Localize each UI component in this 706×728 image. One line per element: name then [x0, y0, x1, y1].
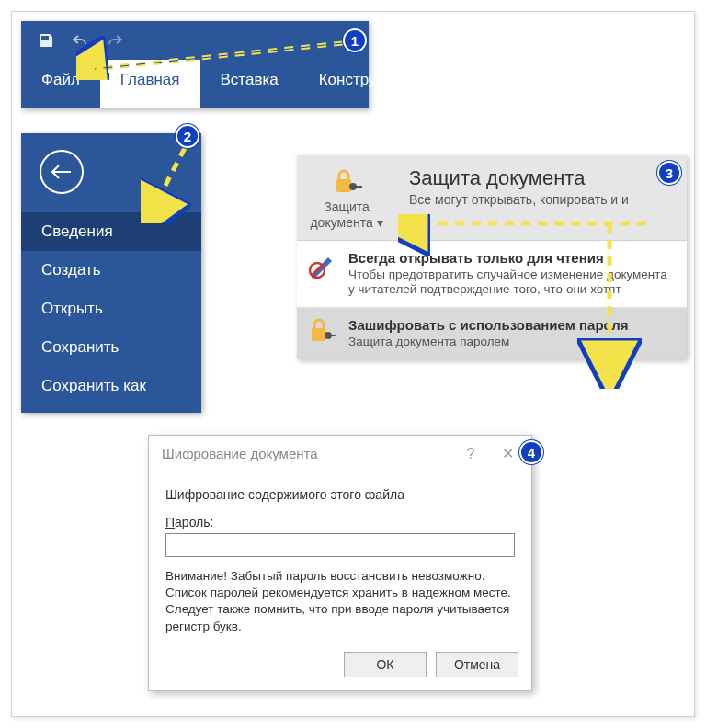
opt-readonly-title: Всегда открывать только для чтения — [348, 250, 676, 266]
cancel-button[interactable]: Отмена — [436, 652, 518, 677]
redo-icon[interactable] — [106, 33, 124, 48]
file-menu-panel: Сведения Создать Открыть Сохранить Сохра… — [21, 133, 201, 413]
file-menu-save[interactable]: Сохранить — [21, 328, 201, 367]
chevron-down-icon: ▾ — [377, 215, 383, 230]
dialog-warning: Внимание! Забытый пароль восстановить не… — [165, 568, 515, 635]
svg-point-1 — [349, 183, 357, 190]
lock-key-icon — [331, 168, 362, 194]
svg-rect-0 — [336, 179, 351, 192]
quick-access-toolbar — [21, 21, 369, 60]
ribbon-panel: Файл Главная Вставка Конструк — [21, 21, 369, 108]
protect-subtitle: Все могут открывать, копировать и и — [409, 192, 674, 207]
tab-insert[interactable]: Вставка — [200, 60, 299, 108]
opt-encrypt-desc: Защита документа паролем — [348, 335, 629, 350]
ok-button[interactable]: ОК — [344, 652, 427, 677]
step-badge-2: 2 — [176, 124, 199, 148]
password-label: Пароль: — [165, 515, 515, 529]
tab-design[interactable]: Конструк — [299, 60, 404, 108]
undo-icon[interactable] — [71, 33, 89, 48]
dialog-titlebar: Шифрование документа ? ✕ — [149, 436, 531, 472]
step-badge-3: 3 — [657, 161, 681, 185]
svg-rect-5 — [312, 328, 326, 341]
file-menu-saveas[interactable]: Сохранить как — [21, 367, 201, 405]
step-badge-1: 1 — [343, 28, 367, 52]
protect-title: Защита документа — [409, 166, 674, 190]
file-menu-info[interactable]: Сведения — [21, 212, 201, 251]
help-button[interactable]: ? — [452, 446, 489, 462]
protect-option-readonly[interactable]: Всегда открывать только для чтения Чтобы… — [297, 241, 687, 309]
tab-file[interactable]: Файл — [21, 60, 100, 108]
dialog-body: Шифрование содержимого этого файла Парол… — [149, 472, 531, 635]
dialog-heading: Шифрование содержимого этого файла — [165, 487, 515, 502]
opt-readonly-desc: Чтобы предотвратить случайное изменение … — [348, 267, 676, 299]
protect-title-block: Защита документа Все могут открывать, ко… — [396, 155, 687, 240]
dialog-buttons: ОК Отмена — [149, 635, 531, 690]
svg-rect-7 — [331, 335, 336, 336]
dialog-title: Шифрование документа — [162, 446, 452, 461]
protect-option-encrypt[interactable]: Зашифровать с использованием пароля Защи… — [297, 308, 687, 359]
protect-document-panel: Защита документа ▾ Защита документа Все … — [297, 155, 687, 359]
password-input[interactable] — [165, 533, 515, 557]
protect-document-button[interactable]: Защита документа ▾ — [297, 155, 396, 240]
pen-forbid-icon — [308, 250, 337, 283]
encrypt-dialog: Шифрование документа ? ✕ Шифрование соде… — [148, 435, 532, 691]
canvas: Файл Главная Вставка Конструк Сведения С… — [11, 11, 695, 717]
file-menu-open[interactable]: Открыть — [21, 290, 201, 328]
arrow-left-icon — [50, 164, 74, 180]
back-button[interactable] — [40, 150, 84, 194]
svg-rect-2 — [356, 186, 362, 188]
protect-header: Защита документа ▾ Защита документа Все … — [297, 155, 687, 241]
lock-key-small-icon — [308, 317, 337, 348]
protect-btn-label: Защита документа ▾ — [302, 199, 391, 231]
ribbon-tabs: Файл Главная Вставка Конструк — [21, 60, 369, 108]
save-icon[interactable] — [38, 32, 54, 49]
step-badge-4: 4 — [519, 440, 543, 464]
close-icon: ✕ — [502, 446, 514, 461]
svg-point-6 — [325, 332, 332, 339]
tab-home[interactable]: Главная — [100, 60, 200, 108]
opt-encrypt-title: Зашифровать с использованием пароля — [348, 317, 629, 333]
file-menu-new[interactable]: Создать — [21, 251, 201, 290]
